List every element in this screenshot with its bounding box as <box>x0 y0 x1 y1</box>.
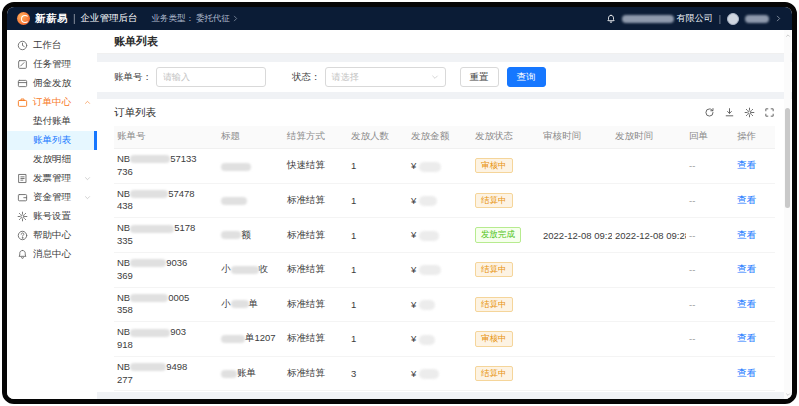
column-header: 操作 <box>734 126 775 149</box>
sidebar-item-menu[interactable]: 帮助中心 <box>7 226 97 245</box>
tasks-icon <box>17 59 28 70</box>
title-redacted <box>221 231 241 239</box>
cell-status: 审核中 <box>472 322 540 357</box>
sidebar-item-label: 发票管理 <box>33 172 71 185</box>
cell-action: 查看 <box>734 287 775 322</box>
scroll-down-icon[interactable] <box>784 390 791 398</box>
table-toolbar <box>704 107 775 118</box>
notification-bell-icon[interactable] <box>606 14 616 24</box>
view-link[interactable]: 查看 <box>737 263 756 274</box>
cell-action: 查看 <box>734 356 775 391</box>
reset-button[interactable]: 重置 <box>460 67 499 87</box>
sidebar-item-label: 佣金发放 <box>33 77 71 90</box>
chevron-up-icon <box>84 99 91 106</box>
status-badge: 结算中 <box>475 262 513 277</box>
settings-icon[interactable] <box>744 107 755 118</box>
scrollbar[interactable] <box>784 30 791 399</box>
amount-redacted <box>419 300 435 310</box>
cell-people-count: 1 <box>348 391 408 392</box>
cell-action: 查看 <box>734 218 775 253</box>
cell-title: 小收 <box>218 252 284 287</box>
cell-people-count: 1 <box>348 218 408 253</box>
cell-bill-no: NB57133736 <box>114 149 218 184</box>
sidebar-item-menu[interactable]: 订单中心 <box>7 93 97 112</box>
status-badge: 审核中 <box>475 331 513 346</box>
search-button[interactable]: 查询 <box>507 67 546 87</box>
bill-no-redacted <box>130 329 170 337</box>
cell-title: 子 <box>218 391 284 392</box>
sidebar-item-menu[interactable]: 垫付账单 <box>7 112 97 131</box>
download-icon[interactable] <box>724 107 735 118</box>
table-header-row: 账单号标题结算方式发放人数发放金额发放状态审核时间发放时间回单操作 <box>114 126 775 149</box>
cell-amount: ¥ <box>408 183 472 218</box>
cell-settlement-method: 快速结算 <box>284 149 348 184</box>
filter-bar: 账单号： 状态： 请选择 重置 查询 <box>97 62 792 92</box>
cell-bill-no: NB2058189 <box>114 391 218 392</box>
view-link[interactable]: 查看 <box>737 229 756 240</box>
table-row: NB9498277账单标准结算3¥ 结算中查看 <box>114 356 775 391</box>
column-header: 发放状态 <box>472 126 540 149</box>
brand-divider: | <box>73 13 76 24</box>
sidebar-item-label: 任务管理 <box>33 58 71 71</box>
bill-no-redacted <box>130 363 166 371</box>
cell-amount: ¥ <box>408 287 472 322</box>
title-redacted <box>231 266 259 274</box>
table-row: NB57133736快速结算1¥ 审核中--查看 <box>114 149 775 184</box>
view-link[interactable]: 查看 <box>737 332 756 343</box>
view-link[interactable]: 查看 <box>737 194 756 205</box>
amount-redacted <box>419 162 441 172</box>
cell-receipt: -- <box>686 218 734 253</box>
cell-title <box>218 149 284 184</box>
scroll-up-icon[interactable] <box>784 31 791 39</box>
wallet-icon <box>17 192 28 203</box>
cell-receipt: -- <box>686 287 734 322</box>
user-avatar[interactable] <box>727 13 739 25</box>
window-frame: 新薪易 | 企业管理后台 业务类型： 委托代征 有限公司 | 工作台任务管理佣金… <box>2 2 797 404</box>
table-row: NB903918单1207标准结算1¥ 审核中--查看 <box>114 322 775 357</box>
company-name-redacted <box>622 15 674 23</box>
sidebar-item-label: 账号设置 <box>33 210 71 223</box>
column-header: 账单号 <box>114 126 218 149</box>
cell-pay-time <box>612 149 686 184</box>
cell-title: 额 <box>218 218 284 253</box>
cell-pay-time <box>612 322 686 357</box>
sidebar-item-menu[interactable]: 发票管理 <box>7 169 97 188</box>
user-menu-chevron-icon[interactable] <box>775 15 782 22</box>
cell-bill-no: NB903918 <box>114 322 218 357</box>
status-label: 状态： <box>292 71 321 84</box>
sidebar-item-menu[interactable]: 消息中心 <box>7 245 97 264</box>
view-link[interactable]: 查看 <box>737 159 756 170</box>
table-row: NB2058189子快速结算1¥ 审核中--查看 <box>114 391 775 392</box>
view-link[interactable]: 查看 <box>737 298 756 309</box>
status-select[interactable]: 请选择 <box>325 67 446 87</box>
chevron-right-icon <box>232 15 239 22</box>
column-header: 结算方式 <box>284 126 348 149</box>
table-row: NB9036369小收标准结算1¥ 结算中--查看 <box>114 252 775 287</box>
sidebar-item-selected[interactable]: 账单列表 <box>7 131 97 150</box>
sidebar-item-menu[interactable]: 资金管理 <box>7 188 97 207</box>
bill-no-redacted <box>130 190 168 198</box>
amount-redacted <box>419 335 435 345</box>
sidebar-item-menu[interactable]: 任务管理 <box>7 55 97 74</box>
sidebar-item-menu[interactable]: 发放明细 <box>7 150 97 169</box>
refresh-icon[interactable] <box>704 107 715 118</box>
column-header: 发放人数 <box>348 126 408 149</box>
scrollbar-thumb[interactable] <box>785 108 790 208</box>
main-layout: 工作台任务管理佣金发放订单中心垫付账单账单列表发放明细发票管理资金管理账号设置帮… <box>7 30 792 399</box>
view-link[interactable]: 查看 <box>737 367 756 378</box>
cell-title: 单1207 <box>218 322 284 357</box>
company-name[interactable]: 有限公司 <box>622 12 713 25</box>
cell-settlement-method: 标准结算 <box>284 183 348 218</box>
sidebar-item-label: 垫付账单 <box>33 115 71 128</box>
bill-no-input[interactable] <box>156 67 266 87</box>
business-type-value: 委托代征 <box>196 13 230 25</box>
company-name-suffix: 有限公司 <box>677 13 713 23</box>
sidebar-item-menu[interactable]: 账号设置 <box>7 207 97 226</box>
sidebar-item-menu[interactable]: 工作台 <box>7 36 97 55</box>
sidebar: 工作台任务管理佣金发放订单中心垫付账单账单列表发放明细发票管理资金管理账号设置帮… <box>7 30 97 399</box>
business-type-switcher[interactable]: 业务类型： 委托代征 <box>152 13 240 25</box>
cell-receipt: -- <box>686 183 734 218</box>
sidebar-item-menu[interactable]: 佣金发放 <box>7 74 97 93</box>
page-header: 账单列表 <box>97 30 792 54</box>
fullscreen-icon[interactable] <box>764 107 775 118</box>
